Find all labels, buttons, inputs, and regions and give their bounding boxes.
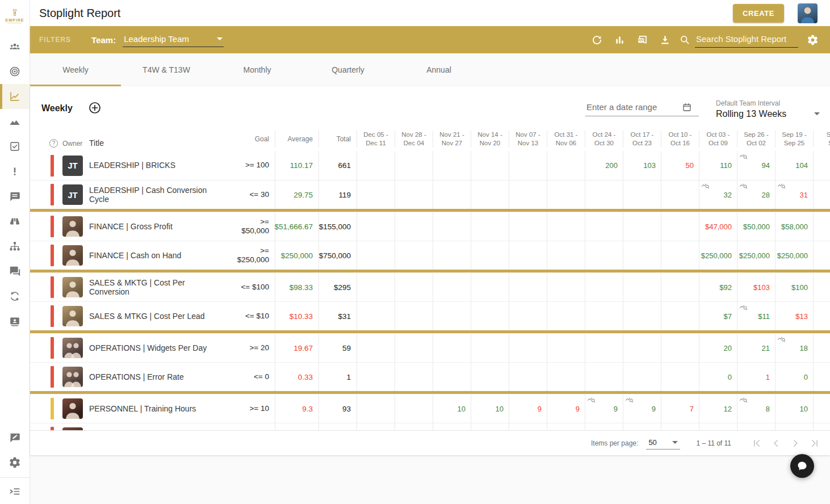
report-settings-button[interactable] [804,31,821,48]
sidebar-item-tasks[interactable] [0,134,30,159]
week-cell[interactable]: $50,000 [737,212,775,241]
week-cell[interactable]: 7 [661,394,699,423]
chart-drill-icon[interactable] [701,182,710,190]
chart-drill-icon[interactable] [739,152,748,161]
week-cell[interactable]: 9 [623,394,661,423]
metric-row[interactable]: JTLEADERSHIP | BRICKS>= 100110.176612001… [30,151,830,180]
date-range-input[interactable] [586,102,682,112]
user-avatar[interactable] [798,3,818,23]
chart-drill-icon[interactable] [777,182,786,190]
metric-row[interactable]: OPERATIONS | Error Rate<= 00.331010 [30,362,830,391]
team-select[interactable]: Leadership Team [123,32,224,47]
sidebar-item-stoplight-report[interactable] [0,84,30,109]
metric-row[interactable]: SALES & MTKG | Cost Per Lead<= $10$10.33… [30,301,830,330]
week-cell[interactable]: $250,000 [699,241,737,270]
chart-drill-icon[interactable] [777,335,786,343]
week-cell[interactable]: 8 [737,394,775,423]
week-cell[interactable]: 9 [509,394,547,423]
add-metric-button[interactable] [87,101,102,116]
calendar-icon[interactable] [682,102,692,112]
sidebar-item-target[interactable] [0,59,30,84]
week-cell[interactable]: $11 [737,302,775,330]
tab-annual[interactable]: Annual [393,53,484,86]
sidebar-item-issues[interactable] [0,159,30,184]
chart-drill-icon[interactable] [739,303,748,312]
week-cell[interactable]: 10 [433,394,471,423]
refresh-button[interactable] [588,31,605,48]
chat-launcher-button[interactable] [790,454,814,478]
week-cell[interactable]: 50 [661,151,699,180]
metric-row[interactable] [30,423,830,430]
week-cell[interactable]: 9 [547,394,585,423]
tab-weekly[interactable]: Weekly [30,53,121,86]
last-page-button[interactable] [805,434,824,453]
week-cell[interactable]: 32 [699,180,737,209]
week-cell[interactable]: $47,000 [699,212,737,241]
week-cell[interactable]: 12 [699,394,737,423]
sidebar-item-org-chart[interactable] [0,234,30,259]
metric-row[interactable]: FINANCE | Cash on Hand>= $250,000$250,00… [30,241,830,270]
help-icon[interactable]: ? [49,139,58,148]
sidebar-item-notes[interactable] [0,184,30,209]
week-cell[interactable]: $7 [699,302,737,330]
sidebar-item-settings[interactable] [0,450,30,475]
chart-drill-icon[interactable] [739,182,748,190]
search-input[interactable] [695,32,798,48]
metric-row[interactable]: FINANCE | Gross Profit>= $50,000$51,666.… [30,212,830,241]
week-cell[interactable]: $13 [775,302,813,330]
week-cell[interactable]: 1 [737,363,775,391]
sidebar-item-directory[interactable] [0,309,30,334]
chart-view-button[interactable] [611,31,628,48]
week-cell[interactable]: 94 [737,151,775,180]
interval-field: Default Team Interval Rolling 13 Weeks [716,99,821,119]
metric-row[interactable]: PERSONNEL | Training Hours>= 109.3931010… [30,394,830,423]
sidebar-item-discussions[interactable] [0,259,30,284]
metric-row[interactable]: JTLEADERSHIP | Cash Conversion Cycle<= 3… [30,180,830,209]
sidebar-item-people[interactable] [0,34,30,59]
sidebar-item-mountains[interactable] [0,109,30,134]
goal-column-header: Goal [231,131,275,148]
sidebar-collapse[interactable] [0,479,30,504]
week-cell[interactable]: 110 [699,151,737,180]
week-cell[interactable]: $250,000 [737,241,775,270]
sidebar-item-sync[interactable] [0,284,30,309]
week-cell[interactable]: 20 [699,334,737,362]
tab-t4w-t13w[interactable]: T4W & T13W [121,53,212,86]
sidebar-item-feedback[interactable] [0,425,30,450]
sidebar-item-vision[interactable] [0,209,30,234]
interval-select[interactable]: Rolling 13 Weeks [716,109,821,119]
week-cell[interactable]: $250,000 [775,241,813,270]
week-cell [395,273,433,301]
previous-page-button[interactable] [766,434,786,453]
tab-monthly[interactable]: Monthly [212,53,303,86]
week-cell[interactable]: 28 [737,180,775,209]
download-button[interactable] [656,31,673,48]
week-cell[interactable]: 9 [585,394,623,423]
week-cell[interactable]: 103 [623,151,661,180]
week-cell[interactable]: 31 [775,180,813,209]
week-cell[interactable]: 18 [775,334,813,362]
items-per-page-select[interactable]: 50 [646,437,680,450]
first-page-button[interactable] [747,434,766,453]
next-page-button[interactable] [786,434,805,453]
chart-drill-icon[interactable] [625,396,634,404]
tab-quarterly[interactable]: Quarterly [303,53,393,86]
week-cell[interactable]: 21 [737,334,775,362]
week-cell[interactable]: $92 [699,273,737,301]
week-cell[interactable]: 200 [585,151,623,180]
week-cell[interactable]: $58,000 [775,212,813,241]
week-cell[interactable]: 0 [699,363,737,391]
week-cell[interactable]: 10 [775,394,813,423]
week-cell[interactable]: 104 [775,151,813,180]
export-pdf-button[interactable]: PDF [634,31,651,48]
week-cell[interactable]: $103 [737,273,775,301]
week-cell[interactable]: $100 [775,273,813,301]
week-cell[interactable]: 0 [775,363,813,391]
chart-drill-icon[interactable] [587,396,596,404]
week-cell[interactable]: 10 [471,394,509,423]
chart-drill-icon[interactable] [739,396,748,404]
create-button[interactable]: CREATE [733,4,784,23]
metric-row[interactable]: OPERATIONS | Widgets Per Day>= 2019.6759… [30,333,830,362]
app-logo[interactable]: EMPIRE [0,0,30,32]
metric-row[interactable]: SALES & MKTG | Cost Per Conversion<= $10… [30,272,830,301]
